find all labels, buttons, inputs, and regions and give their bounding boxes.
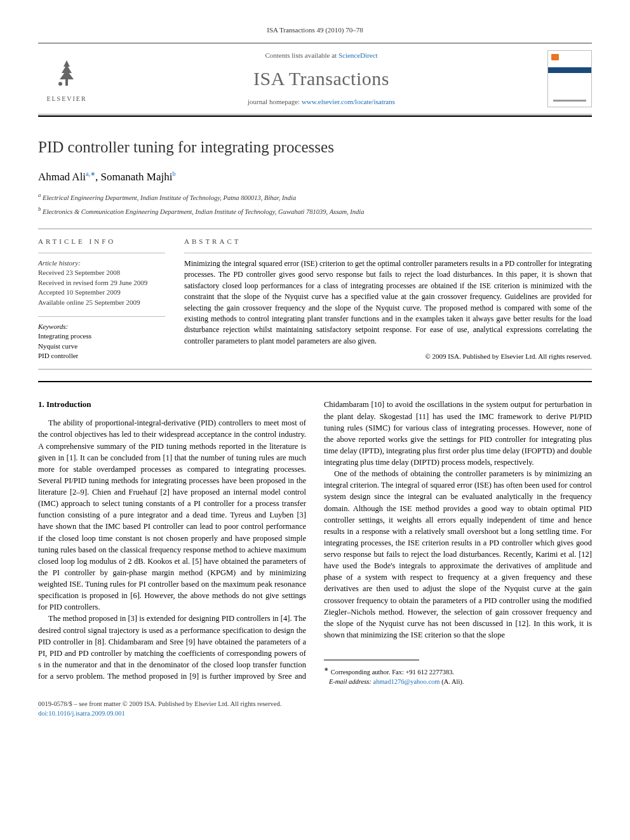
author2-sup: b <box>172 171 175 178</box>
header-citation: ISA Transactions 49 (2010) 70–78 <box>38 25 592 35</box>
abstract-label: ABSTRACT <box>184 237 592 246</box>
author1-sup: a,∗ <box>86 171 95 178</box>
article-info-column: ARTICLE INFO Article history: Received 2… <box>38 229 165 370</box>
contents-line: Contents lists available at ScienceDirec… <box>265 51 377 60</box>
journal-name: ISA Transactions <box>253 65 389 92</box>
journal-banner: ELSEVIER Contents lists available at Sci… <box>38 44 592 116</box>
article-info-label: ARTICLE INFO <box>38 237 165 246</box>
accepted-date: Accepted 10 September 2009 <box>38 288 121 296</box>
article-body: 1. Introduction The ability of proportio… <box>38 399 592 687</box>
publisher-label: ELSEVIER <box>46 95 86 103</box>
keyword: PID controller <box>38 352 78 359</box>
abstract-column: ABSTRACT Minimizing the integral squared… <box>184 229 592 370</box>
keyword: Integrating process <box>38 332 91 340</box>
homepage-link[interactable]: www.elsevier.com/locate/isatrans <box>302 98 395 105</box>
affiliation-a: a Electrical Engineering Department, Ind… <box>38 191 592 203</box>
affiliation-b: b Electronics & Communication Engineerin… <box>38 205 592 217</box>
sciencedirect-link[interactable]: ScienceDirect <box>338 51 378 59</box>
article-title: PID controller tuning for integrating pr… <box>38 136 592 158</box>
revised-date: Received in revised form 29 June 2009 <box>38 279 147 286</box>
journal-cover-thumbnail <box>547 50 592 107</box>
email-link[interactable]: ahmad1276@yahoo.com <box>373 678 439 685</box>
keyword: Nyquist curve <box>38 342 77 350</box>
received-date: Received 23 September 2008 <box>38 269 120 276</box>
online-date: Available online 25 September 2009 <box>38 298 140 306</box>
abstract-text: Minimizing the integral squared error (I… <box>184 253 592 347</box>
section-heading: 1. Introduction <box>38 399 306 411</box>
svg-point-0 <box>58 82 62 86</box>
copyright-line: © 2009 ISA. Published by Elsevier Ltd. A… <box>184 352 592 361</box>
doi-link[interactable]: doi:10.1016/j.isatra.2009.09.001 <box>38 710 125 717</box>
homepage-line: journal homepage: www.elsevier.com/locat… <box>248 97 395 107</box>
body-paragraph: The ability of proportional-integral-der… <box>38 417 306 613</box>
elsevier-tree-icon <box>48 54 86 92</box>
body-paragraph: One of the methods of obtaining the cont… <box>324 468 592 641</box>
front-matter-line: 0019-0578/$ – see front matter © 2009 IS… <box>38 700 281 718</box>
corresponding-author: ∗ Corresponding author. Fax: +91 612 227… <box>324 665 592 687</box>
authors: Ahmad Alia,∗, Somanath Majhib <box>38 170 592 185</box>
